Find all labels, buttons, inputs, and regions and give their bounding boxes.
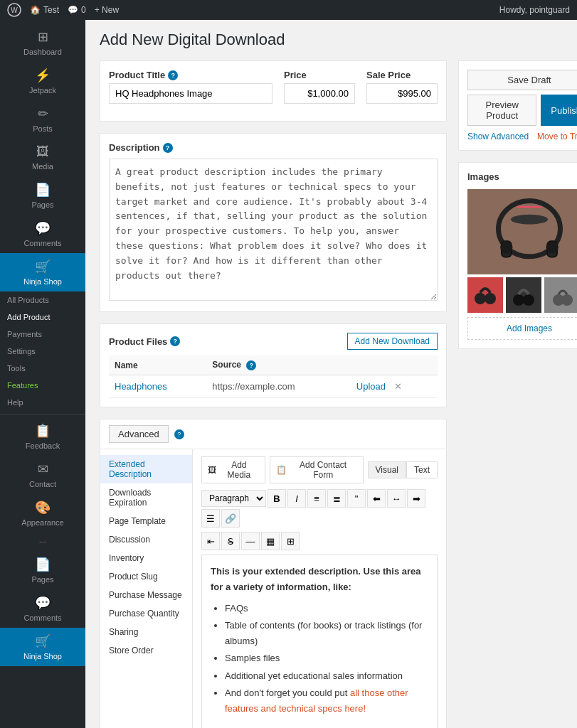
paragraph-select[interactable]: Paragraph xyxy=(201,490,266,507)
editor-area: 🖼 Add Media 📋 Add Contact Form Visual xyxy=(193,449,446,728)
adv-purchase-message[interactable]: Purchase Message xyxy=(100,586,192,604)
save-draft-button[interactable]: Save Draft xyxy=(467,70,577,90)
thumbnail-2[interactable] xyxy=(506,277,541,313)
sidebar-item-feedback[interactable]: 📋 Feedback xyxy=(0,417,85,456)
adv-purchase-quantity[interactable]: Purchase Quantity xyxy=(100,604,192,623)
blockquote-button[interactable]: " xyxy=(347,489,366,508)
sidebar-sub-features[interactable]: Features xyxy=(0,377,85,394)
sidebar-item-comments[interactable]: 💬 Comments xyxy=(0,215,85,253)
align-justify-button[interactable]: ☰ xyxy=(201,509,220,528)
file-name-cell[interactable]: Headphones xyxy=(109,375,206,398)
preview-product-button[interactable]: Preview Product xyxy=(467,95,536,126)
italic-button[interactable]: I xyxy=(287,489,306,508)
add-images-button[interactable]: Add Images xyxy=(467,317,577,340)
sidebar-item-jetpack[interactable]: ⚡ Jetpack xyxy=(0,62,85,100)
thumbnail-3[interactable] xyxy=(544,277,577,313)
content-right: Save Draft Preview Product Publish Show … xyxy=(458,60,577,728)
sidebar-item-dashboard[interactable]: ⊞ Dashboard xyxy=(0,23,85,62)
text-tab[interactable]: Text xyxy=(406,461,438,478)
sidebar-sub-settings[interactable]: Settings xyxy=(0,343,85,360)
sidebar-item-ninja-shop[interactable]: 🛒 Ninja Shop xyxy=(0,253,85,291)
hr-button[interactable]: — xyxy=(241,532,260,550)
svg-point-18 xyxy=(561,294,573,306)
strikethrough-button[interactable]: S̶ xyxy=(221,532,240,550)
price-input[interactable] xyxy=(284,83,355,104)
adv-sharing[interactable]: Sharing xyxy=(100,623,192,641)
delete-file-icon[interactable]: ✕ xyxy=(394,381,402,392)
special-button[interactable]: ⊞ xyxy=(281,532,300,550)
thumb1-svg xyxy=(467,277,503,313)
adv-downloads-expiration[interactable]: Downloads Expiration xyxy=(100,483,192,512)
sidebar-item-pages2[interactable]: 📄 Pages xyxy=(0,551,85,589)
adv-store-order[interactable]: Store Order xyxy=(100,641,192,660)
sidebar-item-appearance[interactable]: 🎨 Appearance xyxy=(0,494,85,532)
main-product-image[interactable] xyxy=(467,189,577,274)
site-name-bar[interactable]: 🏠 Test xyxy=(30,5,59,15)
sidebar-sub-help[interactable]: Help xyxy=(0,394,85,411)
headphones-main-svg xyxy=(467,189,577,274)
align-left-button[interactable]: ⬅ xyxy=(367,489,386,508)
svg-point-8 xyxy=(546,241,558,253)
adv-discussion[interactable]: Discussion xyxy=(100,530,192,549)
adv-inventory[interactable]: Inventory xyxy=(100,549,192,567)
product-title-help[interactable]: ? xyxy=(168,70,178,80)
show-advanced-link[interactable]: Show Advanced xyxy=(467,132,529,141)
add-media-icon: 🖼 xyxy=(208,465,216,475)
editor-content-area[interactable]: This is your extended description. Use t… xyxy=(201,555,438,728)
sidebar-sub-all-products[interactable]: All Products xyxy=(0,291,85,309)
description-textarea[interactable]: A great product description includes the… xyxy=(109,159,438,301)
sidebar-item-comments2[interactable]: 💬 Comments xyxy=(0,589,85,628)
wp-logo-item[interactable]: W xyxy=(7,3,21,17)
new-item-bar[interactable]: + New xyxy=(95,5,119,15)
svg-rect-13 xyxy=(506,277,541,313)
sidebar-sub-add-product[interactable]: Add Product xyxy=(0,309,85,326)
editor-bullet-list: FAQs Table of contents (for books) or tr… xyxy=(211,601,428,717)
upload-link[interactable]: Upload xyxy=(356,381,386,392)
thumb3-svg xyxy=(544,277,577,313)
svg-point-14 xyxy=(513,294,524,306)
product-title-label: Product Title ? xyxy=(109,70,272,80)
align-center-button[interactable]: ↔ xyxy=(387,489,406,508)
indent-button[interactable]: ⇤ xyxy=(201,532,220,550)
bold-button[interactable]: B xyxy=(268,489,286,508)
ninja2-icon: 🛒 xyxy=(35,633,51,649)
adv-page-template[interactable]: Page Template xyxy=(100,512,192,530)
add-media-button[interactable]: 🖼 Add Media xyxy=(201,456,265,483)
move-to-trash-link[interactable]: Move to Trash xyxy=(537,132,577,141)
source-help[interactable]: ? xyxy=(246,360,256,370)
product-files-help[interactable]: ? xyxy=(170,336,180,346)
bullet-faqs: FAQs xyxy=(225,601,428,616)
product-title-input[interactable] xyxy=(109,83,272,104)
ol-button[interactable]: ≣ xyxy=(327,489,346,508)
sidebar: ⊞ Dashboard ⚡ Jetpack ✏ Posts 🖼 Media 📄 … xyxy=(0,20,85,728)
visual-tab[interactable]: Visual xyxy=(368,461,406,478)
adv-product-slug[interactable]: Product Slug xyxy=(100,567,192,586)
thumb2-svg xyxy=(506,277,541,313)
thumbnail-1[interactable] xyxy=(467,277,503,313)
sidebar-item-media[interactable]: 🖼 Media xyxy=(0,139,85,176)
description-help[interactable]: ? xyxy=(163,143,173,153)
advanced-help[interactable]: ? xyxy=(174,429,184,439)
sale-price-input[interactable] xyxy=(366,83,438,104)
link-button[interactable]: 🔗 xyxy=(221,509,240,528)
source-column-header: Source ? xyxy=(206,355,351,375)
adv-extended-desc[interactable]: Extended Description xyxy=(100,455,192,483)
add-contact-form-button[interactable]: 📋 Add Contact Form xyxy=(270,456,364,483)
sidebar-item-pages[interactable]: 📄 Pages xyxy=(0,176,85,215)
add-download-button[interactable]: Add New Download xyxy=(347,333,438,350)
sidebar-item-posts[interactable]: ✏ Posts xyxy=(0,100,85,139)
sidebar-sub-tools[interactable]: Tools xyxy=(0,360,85,377)
sidebar-item-contact[interactable]: ✉ Contact xyxy=(0,456,85,494)
comments-bar[interactable]: 💬 0 xyxy=(68,5,86,15)
sidebar-sub-payments[interactable]: Payments xyxy=(0,326,85,343)
advanced-tab-button[interactable]: Advanced xyxy=(109,425,169,443)
ninja-icon: 🛒 xyxy=(35,259,51,274)
table-button[interactable]: ▦ xyxy=(261,532,280,550)
ul-button[interactable]: ≡ xyxy=(307,489,326,508)
comments-icon: 💬 xyxy=(35,220,51,236)
admin-bar: W 🏠 Test 💬 0 + New Howdy, pointguard xyxy=(0,0,577,20)
align-right-button[interactable]: ➡ xyxy=(407,489,425,508)
bullet-sales-info: Additional yet educational sales informa… xyxy=(225,668,428,684)
publish-button[interactable]: Publish xyxy=(541,95,577,126)
sidebar-item-ninja-shop2[interactable]: 🛒 Ninja Shop xyxy=(0,628,85,666)
